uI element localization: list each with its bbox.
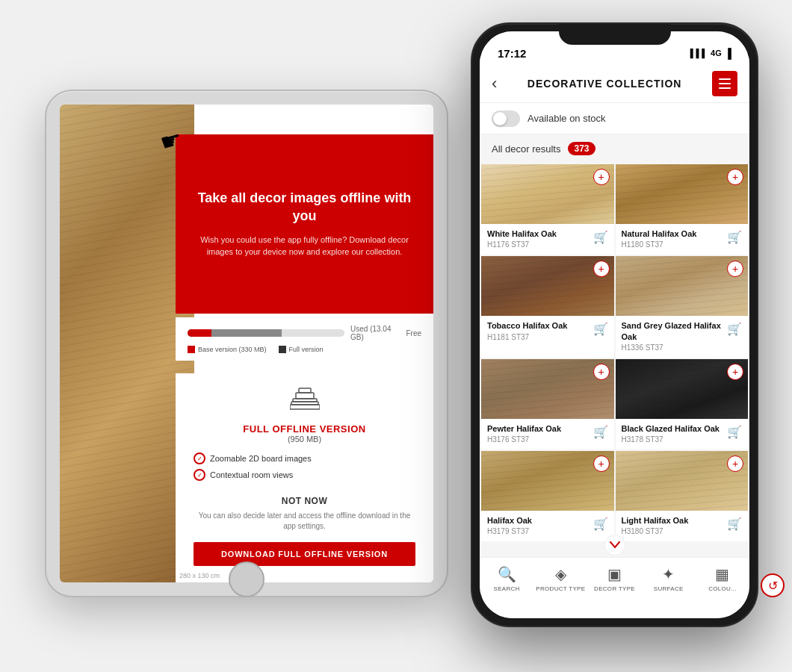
- menu-line-1: [719, 78, 731, 80]
- product-grid: + White Halifax Oak H1176 ST37 🛒 + Natur…: [480, 163, 749, 557]
- nav-label-2: DECOR TYPE: [594, 585, 635, 592]
- product-card: + Halifax Oak H3179 ST37 🛒: [481, 451, 614, 541]
- product-name: Halifax Oak: [487, 515, 532, 526]
- ipad-home-button[interactable]: [229, 561, 264, 597]
- product-code: H1180 ST37: [622, 240, 697, 249]
- card-version-size: (950 MB): [288, 435, 321, 444]
- product-code: H3180 ST37: [622, 527, 689, 535]
- nav-label-1: PRODUCT TYPE: [536, 585, 585, 592]
- product-image: +: [481, 451, 614, 511]
- add-to-cart-button[interactable]: 🛒: [727, 322, 742, 336]
- ipad-dimensions: 280 x 130 cm: [179, 572, 220, 579]
- add-to-cart-button[interactable]: 🛒: [593, 230, 608, 244]
- add-to-wishlist-button[interactable]: +: [593, 364, 610, 380]
- nav-item-producttype[interactable]: ◈ PRODUCT TYPE: [533, 565, 587, 592]
- results-badge: 373: [568, 142, 595, 155]
- nav-label-3: SURFACE: [654, 585, 684, 592]
- iphone-notch: [559, 24, 671, 45]
- storage-bar-base: [188, 329, 211, 337]
- product-image: +: [481, 256, 614, 316]
- ipad-red-desc: Wish you could use the app fully offline…: [191, 234, 418, 258]
- card-not-now[interactable]: NOT NOW: [282, 496, 328, 506]
- product-card: + Tobacco Halifax Oak H1181 ST37 🛒: [481, 256, 614, 358]
- svg-rect-2: [290, 405, 320, 409]
- product-info: Halifax Oak H3179 ST37 🛒: [481, 511, 614, 541]
- network-label: 4G: [711, 49, 722, 57]
- ipad-device: ☛ Take all decor images offline with you…: [45, 90, 463, 597]
- nav-item-decortype[interactable]: ▣ DECOR TYPE: [587, 565, 641, 592]
- menu-line-3: [719, 87, 731, 89]
- bottom-nav: 🔍 SEARCH ◈ PRODUCT TYPE ▣ DECOR TYPE ✦ S…: [480, 557, 749, 618]
- add-to-cart-button[interactable]: 🛒: [727, 230, 742, 244]
- toggle-label: Available on stock: [528, 113, 606, 124]
- iphone-screen: 17:12 ▌▌▌ 4G ▐ ‹ DECORATIVE COLLECTION: [480, 31, 749, 618]
- storage-free-label: Free: [406, 329, 421, 337]
- ipad-wood-bg: [60, 105, 194, 582]
- status-time: 17:12: [498, 47, 526, 60]
- product-info: Pewter Halifax Oak H3176 ST37 🛒: [481, 419, 614, 449]
- ipad-red-panel: Take all decor images offline with you W…: [176, 134, 433, 314]
- back-button[interactable]: ‹: [492, 74, 497, 93]
- add-to-cart-button[interactable]: 🛒: [593, 425, 608, 439]
- product-image: +: [616, 451, 749, 511]
- svg-rect-3: [296, 393, 314, 399]
- product-info: Sand Grey Glazed Halifax Oak H1336 ST37 …: [616, 316, 749, 358]
- add-to-wishlist-button[interactable]: +: [593, 455, 610, 472]
- add-to-wishlist-button[interactable]: +: [593, 169, 610, 185]
- nav-item-surface[interactable]: ✦ SURFACE: [642, 565, 696, 592]
- product-image: +: [481, 359, 614, 419]
- status-icons: ▌▌▌ 4G ▐: [690, 48, 731, 59]
- add-to-cart-button[interactable]: 🛒: [593, 322, 608, 336]
- add-to-cart-button[interactable]: 🛒: [727, 517, 742, 531]
- product-code: H1336 ST37: [622, 343, 728, 352]
- product-card: + Natural Halifax Oak H1180 ST37 🛒: [616, 164, 749, 255]
- ipad-body: ☛ Take all decor images offline with you…: [45, 90, 448, 597]
- refresh-icon[interactable]: ↺: [761, 573, 785, 597]
- legend-full-label: Full version: [289, 346, 324, 353]
- product-code: H1181 ST37: [487, 333, 567, 341]
- nav-icon-4: ▦: [715, 565, 729, 583]
- card-later-text: You can also decide later and access the…: [194, 511, 415, 532]
- product-info: White Halifax Oak H1176 ST37 🛒: [481, 224, 614, 255]
- check-circle-1: ✓: [194, 452, 205, 464]
- storage-bar-used: [188, 329, 282, 337]
- add-to-wishlist-button[interactable]: +: [727, 169, 743, 185]
- add-to-wishlist-button[interactable]: +: [727, 364, 743, 380]
- product-code: H3179 ST37: [487, 527, 532, 535]
- results-label: All decor results: [492, 143, 560, 155]
- product-name: Light Halifax Oak: [622, 515, 689, 526]
- legend-base-dot: [188, 346, 195, 353]
- iphone-device: 17:12 ▌▌▌ 4G ▐ ‹ DECORATIVE COLLECTION: [471, 22, 770, 642]
- add-to-wishlist-button[interactable]: +: [593, 261, 610, 277]
- product-name: Natural Halifax Oak: [622, 228, 697, 239]
- stock-toggle[interactable]: [492, 111, 520, 127]
- product-name: Sand Grey Glazed Halifax Oak: [622, 320, 728, 342]
- legend-base: Base version (330 MB): [188, 346, 267, 353]
- nav-label-4: COLOU...: [708, 585, 737, 592]
- product-code: H3178 ST37: [622, 435, 720, 444]
- menu-button[interactable]: [712, 71, 737, 96]
- scroll-indicator[interactable]: [604, 535, 625, 556]
- ipad-screen: ☛ Take all decor images offline with you…: [60, 105, 433, 582]
- product-code: H1176 ST37: [487, 240, 557, 249]
- results-row: All decor results 373: [480, 134, 749, 163]
- legend-base-label: Base version (330 MB): [198, 346, 267, 353]
- product-card: + Pewter Halifax Oak H3176 ST37 🛒: [481, 359, 614, 449]
- download-button[interactable]: DOWNLOAD FULL OFFLINE VERSION: [194, 542, 415, 566]
- nav-item-search[interactable]: 🔍 SEARCH: [480, 565, 533, 592]
- card-feature-2: ✓ Contextual room views: [194, 469, 415, 481]
- product-card: + Black Glazed Halifax Oak H3178 ST37 🛒: [616, 359, 749, 449]
- app-header: ‹ DECORATIVE COLLECTION: [480, 64, 749, 103]
- menu-line-2: [719, 83, 731, 84]
- toggle-knob: [493, 112, 507, 125]
- card-version-title: FULL OFFLINE VERSION: [243, 423, 365, 435]
- product-card: + Sand Grey Glazed Halifax Oak H1336 ST3…: [616, 256, 749, 358]
- app-title: DECORATIVE COLLECTION: [528, 78, 682, 90]
- add-to-cart-button[interactable]: 🛒: [727, 425, 742, 439]
- ipad-wood-stripe: [60, 105, 194, 582]
- nav-icon-2: ▣: [607, 565, 622, 583]
- nav-item-colou[interactable]: ▦ COLOU...: [696, 565, 749, 592]
- legend-full: Full version: [279, 346, 324, 353]
- nav-icon-1: ◈: [555, 565, 566, 583]
- add-to-cart-button[interactable]: 🛒: [593, 517, 608, 531]
